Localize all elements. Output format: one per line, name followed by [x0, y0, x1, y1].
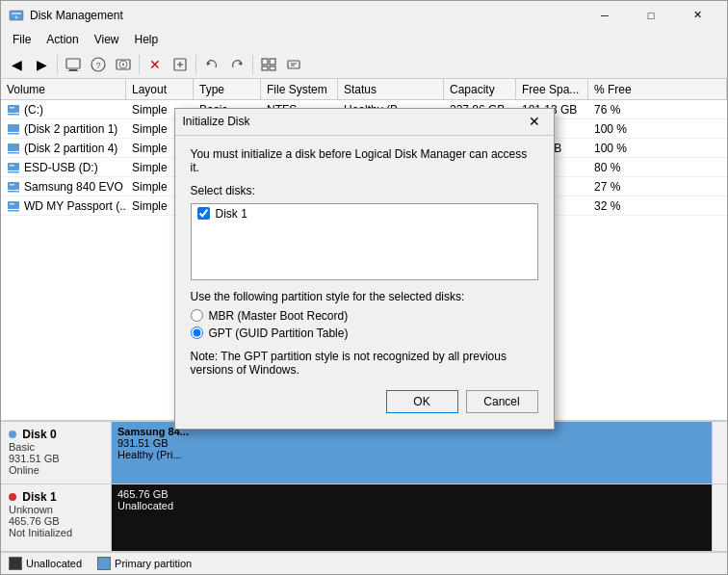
svg-rect-38	[8, 210, 19, 212]
cell-volume-5: WD MY Passport (...	[1, 196, 126, 215]
toolbar-separator-2	[139, 55, 140, 74]
svg-rect-18	[262, 66, 268, 70]
minimize-button[interactable]: ─	[583, 1, 627, 30]
disk-0-partitions: Samsung 84... 931.51 GB Healthy (Pri...	[112, 422, 712, 484]
svg-rect-26	[8, 124, 19, 132]
partition-style-section: Use the following partition style for th…	[191, 290, 538, 340]
new-button[interactable]	[169, 53, 192, 76]
svg-rect-17	[270, 59, 275, 65]
disk-row-1: Disk 1 Unknown 465.76 GB Not Initialized…	[1, 484, 727, 552]
col-status[interactable]: Status	[338, 79, 444, 99]
cell-pct-0: 76 %	[588, 100, 727, 118]
undo-button[interactable]	[200, 53, 223, 76]
table-header: Volume Layout Type File System Status Ca…	[1, 79, 727, 100]
svg-rect-19	[270, 66, 275, 70]
dialog-body: You must initialize a disk before Logica…	[175, 136, 554, 429]
window-controls: ─ □ ✕	[583, 1, 719, 30]
ok-button[interactable]: OK	[386, 390, 458, 413]
disk-0-label: Disk 0 Basic 931.51 GB Online	[1, 422, 112, 484]
disk-1-scrollbar[interactable]	[712, 484, 727, 551]
mbr-option[interactable]: MBR (Master Boot Record)	[191, 309, 538, 323]
gpt-option[interactable]: GPT (GUID Partition Table)	[191, 327, 538, 340]
toolbar: ◀ ▶ ? ✕	[0, 50, 728, 79]
col-freespace[interactable]: Free Spa...	[516, 79, 588, 99]
disk-area: Disk 0 Basic 931.51 GB Online Samsung 84…	[1, 420, 727, 574]
svg-rect-36	[8, 201, 19, 209]
gpt-radio[interactable]	[191, 327, 203, 339]
toolbar-separator-3	[195, 55, 196, 74]
dialog-close-button[interactable]: ✕	[523, 112, 546, 131]
disk-1-partitions: 465.76 GB Unallocated	[112, 484, 712, 551]
col-volume[interactable]: Volume	[1, 79, 126, 99]
select-disks-label: Select disks:	[191, 184, 538, 197]
disk-button[interactable]	[112, 53, 135, 76]
svg-rect-16	[262, 59, 268, 65]
forward-button[interactable]: ▶	[30, 53, 53, 76]
legend-primary-box	[97, 557, 111, 570]
toolbar-separator-4	[252, 55, 253, 74]
mbr-label: MBR (Master Boot Record)	[209, 309, 349, 323]
svg-rect-33	[8, 182, 19, 190]
disk-list-item-1[interactable]: Disk 1	[192, 204, 537, 223]
dialog-title-bar: Initialize Disk ✕	[175, 109, 554, 136]
delete-button[interactable]: ✕	[143, 53, 167, 76]
svg-rect-4	[69, 69, 77, 70]
svg-rect-28	[8, 144, 19, 151]
mbr-radio[interactable]	[191, 309, 203, 322]
view-button[interactable]	[257, 53, 280, 76]
legend-primary: Primary partition	[97, 557, 192, 570]
svg-rect-24	[10, 107, 14, 109]
legend: Unallocated Primary partition	[1, 552, 727, 574]
cell-volume-4: Samsung 840 EVO ...	[1, 177, 126, 196]
redo-button[interactable]	[225, 53, 248, 76]
app-icon	[9, 8, 24, 23]
svg-rect-35	[8, 191, 19, 193]
svg-point-10	[122, 64, 124, 65]
menu-file[interactable]: File	[5, 29, 39, 50]
toolbar-separator-1	[57, 55, 58, 74]
cell-volume-1: (Disk 2 partition 1)	[1, 119, 126, 138]
menu-bar: File Action View Help	[0, 29, 728, 50]
title-bar: Disk Management ─ □ ✕	[0, 0, 728, 29]
col-capacity[interactable]: Capacity	[444, 79, 516, 99]
back-button[interactable]: ◀	[5, 53, 28, 76]
console-button[interactable]	[62, 53, 85, 76]
disk-list[interactable]: Disk 1	[191, 203, 538, 280]
menu-help[interactable]: Help	[127, 29, 167, 50]
window-title: Disk Management	[30, 9, 583, 22]
dialog-title: Initialize Disk	[183, 115, 523, 128]
close-button[interactable]: ✕	[675, 1, 719, 30]
svg-rect-34	[10, 184, 14, 186]
help-button[interactable]: ?	[87, 53, 110, 76]
svg-marker-14	[207, 62, 211, 65]
maximize-button[interactable]: □	[629, 1, 673, 30]
svg-rect-20	[288, 61, 299, 68]
svg-rect-25	[8, 114, 19, 116]
disk-1-list-label: Disk 1	[216, 207, 247, 221]
menu-action[interactable]: Action	[39, 29, 86, 50]
col-filesystem[interactable]: File System	[261, 79, 338, 99]
disk-0-partition-block: Samsung 84... 931.51 GB Healthy (Pri...	[112, 422, 712, 484]
disk-1-label: Disk 1 Unknown 465.76 GB Not Initialized	[1, 484, 112, 551]
menu-view[interactable]: View	[87, 29, 127, 50]
svg-rect-1	[12, 13, 21, 14]
disk-1-checkbox[interactable]	[197, 207, 210, 220]
properties-button[interactable]	[282, 53, 305, 76]
dialog-buttons: OK Cancel	[191, 390, 538, 417]
svg-rect-37	[10, 203, 14, 205]
svg-rect-5	[68, 70, 78, 71]
cancel-button[interactable]: Cancel	[466, 390, 538, 413]
col-pctfree[interactable]: % Free	[588, 79, 727, 99]
svg-rect-32	[8, 171, 19, 173]
col-type[interactable]: Type	[194, 79, 261, 99]
col-layout[interactable]: Layout	[126, 79, 194, 99]
svg-rect-31	[10, 165, 14, 167]
svg-text:?: ?	[95, 61, 100, 70]
svg-point-2	[15, 15, 18, 18]
svg-rect-29	[8, 152, 19, 154]
cell-volume-2: (Disk 2 partition 4)	[1, 139, 126, 157]
disk-1-partition-block: 465.76 GB Unallocated	[112, 484, 712, 551]
disk-0-scrollbar[interactable]	[712, 422, 727, 484]
svg-marker-15	[238, 62, 242, 65]
partition-style-label: Use the following partition style for th…	[191, 290, 538, 303]
